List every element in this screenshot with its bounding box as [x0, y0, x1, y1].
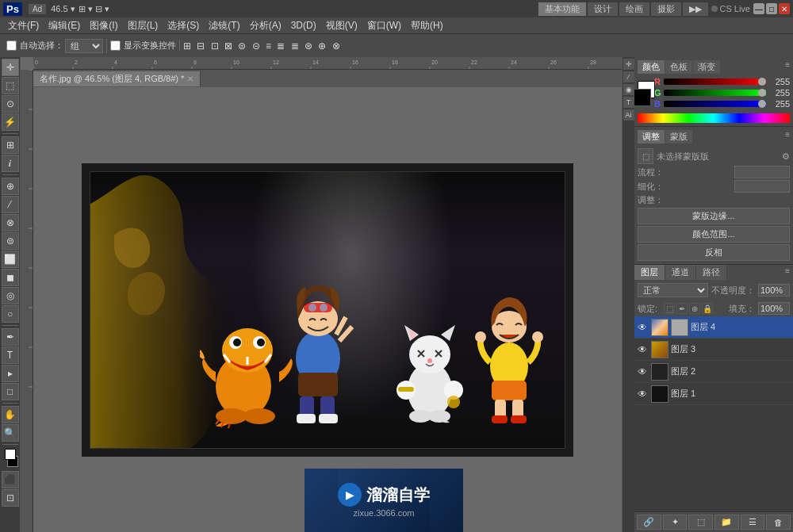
eraser-tool[interactable]: ⬜ — [2, 251, 19, 268]
contour-btn[interactable]: 蒙版边缘... — [638, 208, 790, 224]
layer-2-visibility[interactable]: 👁 — [638, 366, 649, 377]
tool-separator-1 — [2, 133, 18, 134]
layer-4-visibility[interactable]: 👁 — [638, 322, 649, 333]
props-panel-expand[interactable]: ≡ — [785, 130, 790, 144]
canvas-workspace[interactable]: ▶ 溜溜自学 zixue.3066.com — [33, 87, 622, 532]
quick-mask-tool[interactable]: ⬛ — [2, 471, 19, 488]
pen-tool[interactable]: ✒ — [2, 328, 19, 346]
color-panel-expand[interactable]: ≡ — [785, 60, 790, 74]
layers-tab-paths[interactable]: 路径 — [696, 265, 727, 280]
props-settings-icon[interactable]: ⚙ — [782, 151, 790, 162]
lock-transparent-icon[interactable]: ⬚ — [664, 303, 675, 314]
tab-close-btn[interactable]: ✕ — [187, 75, 193, 83]
swatches-tab[interactable]: 色板 — [665, 60, 692, 74]
move-tool[interactable]: ✛ — [2, 59, 19, 76]
lock-all-icon[interactable]: 🔒 — [702, 303, 713, 314]
layers-panel-expand[interactable]: ≡ — [782, 265, 793, 280]
layer-1-visibility[interactable]: 👁 — [638, 388, 649, 400]
menu-help[interactable]: 帮助(H) — [406, 19, 448, 33]
dodge-tool[interactable]: ○ — [2, 305, 19, 323]
layer-item-3[interactable]: 👁 图层 3 — [634, 339, 793, 361]
layer-item-2[interactable]: 👁 图层 2 — [634, 361, 793, 383]
channel-g-slider[interactable] — [664, 90, 766, 96]
menu-layer[interactable]: 图层(L) — [123, 19, 163, 33]
gradient-tool[interactable]: ◼ — [2, 269, 19, 286]
delete-layer-btn[interactable]: 🗑 — [766, 515, 791, 530]
spectrum-bar[interactable] — [638, 113, 790, 123]
add-mask-btn[interactable]: ⬚ — [688, 515, 713, 530]
color-tab[interactable]: 颜色 — [638, 60, 665, 74]
menu-3d[interactable]: 3D(D) — [286, 20, 321, 31]
lasso-tool[interactable]: ⊙ — [2, 95, 19, 113]
layers-tab-layers[interactable]: 图层 — [634, 265, 665, 280]
add-style-btn[interactable]: ✦ — [663, 515, 688, 530]
layout-paint-btn[interactable]: 绘画 — [619, 2, 649, 16]
mode-btn-ad[interactable]: Ad — [29, 4, 46, 14]
auto-select-dropdown[interactable]: 组 图层 — [65, 39, 103, 53]
opacity-input[interactable] — [758, 284, 790, 297]
menu-select[interactable]: 选择(S) — [163, 19, 204, 33]
props-icon-mask[interactable]: ⬚ — [638, 148, 653, 164]
minimize-button[interactable]: — — [753, 3, 764, 14]
bg-swatch[interactable] — [634, 89, 651, 106]
menu-file[interactable]: 文件(F) — [3, 19, 44, 33]
lock-move-icon[interactable]: ⊕ — [689, 303, 700, 314]
active-tab[interactable]: 名作.jpg @ 46.5% (图层 4, RGB/8#) * ✕ — [33, 71, 201, 86]
selection-tool[interactable]: ⬚ — [2, 77, 19, 94]
layout-more-btn[interactable]: ▶▶ — [683, 2, 708, 16]
right-icon-eye[interactable]: ◉ — [623, 84, 634, 95]
layout-design-btn[interactable]: 设计 — [588, 2, 618, 16]
layout-photo-btn[interactable]: 摄影 — [651, 2, 681, 16]
menu-view[interactable]: 视图(V) — [321, 19, 362, 33]
right-icon-type[interactable]: T — [623, 97, 634, 108]
layout-basic-btn[interactable]: 基本功能 — [538, 2, 586, 16]
new-layer-btn[interactable]: ☰ — [741, 515, 765, 530]
svg-text:0: 0 — [35, 59, 38, 65]
hand-tool[interactable]: ✋ — [2, 406, 19, 423]
screen-mode-tool[interactable]: ⊡ — [2, 489, 19, 507]
layer-item-4[interactable]: 👁 图层 4 — [634, 316, 793, 339]
heal-tool[interactable]: ⊕ — [2, 178, 19, 195]
mask-input[interactable] — [734, 180, 790, 193]
zoom-tool[interactable]: 🔍 — [2, 424, 19, 442]
transform-checkbox[interactable] — [110, 40, 121, 51]
menu-window[interactable]: 窗口(W) — [362, 19, 406, 33]
menu-filter[interactable]: 滤镜(T) — [204, 19, 244, 33]
fg-color-swatch[interactable] — [5, 449, 16, 460]
gradient-tab[interactable]: 渐变 — [693, 60, 720, 74]
magic-wand-tool[interactable]: ⚡ — [2, 113, 19, 131]
channel-r-slider[interactable] — [664, 78, 766, 85]
flow-input[interactable] — [734, 166, 790, 178]
color-range-btn[interactable]: 颜色范围... — [638, 226, 790, 243]
stamp-tool[interactable]: ⊗ — [2, 214, 19, 232]
crop-tool[interactable]: ⊞ — [2, 136, 19, 154]
shape-tool[interactable]: □ — [2, 383, 19, 400]
close-button[interactable]: ✕ — [779, 3, 790, 14]
maximize-button[interactable]: □ — [766, 3, 777, 14]
brush-tool[interactable]: ∕ — [2, 196, 19, 213]
layers-tab-channels[interactable]: 通道 — [665, 265, 696, 280]
adjustments-tab[interactable]: 调整 — [638, 130, 665, 144]
menu-image[interactable]: 图像(I) — [85, 19, 122, 33]
channel-b-slider[interactable] — [664, 101, 766, 107]
eyedropper-tool[interactable]: 𝒊 — [2, 155, 19, 172]
invert-btn[interactable]: 反相 — [638, 244, 790, 261]
blend-mode-select[interactable]: 正常 — [638, 283, 708, 297]
path-select-tool[interactable]: ▸ — [2, 365, 19, 382]
right-icon-move[interactable]: ✛ — [623, 59, 634, 70]
history-tool[interactable]: ⊜ — [2, 232, 19, 250]
lock-paint-icon[interactable]: ✒ — [676, 303, 688, 314]
blur-tool[interactable]: ◎ — [2, 287, 19, 304]
menu-analyze[interactable]: 分析(A) — [245, 19, 286, 33]
layer-3-visibility[interactable]: 👁 — [638, 344, 649, 355]
text-tool[interactable]: T — [2, 346, 19, 364]
right-icon-ai[interactable]: Ai — [623, 109, 634, 121]
layer-item-1[interactable]: 👁 图层 1 — [634, 383, 793, 405]
fill-input[interactable] — [758, 302, 790, 315]
new-group-btn[interactable]: 📁 — [714, 515, 739, 530]
menu-edit[interactable]: 编辑(E) — [44, 19, 85, 33]
masks-tab[interactable]: 蒙版 — [665, 130, 692, 144]
right-icon-brush[interactable]: ∕ — [623, 71, 634, 82]
auto-select-checkbox[interactable] — [6, 40, 17, 51]
link-layers-btn[interactable]: 🔗 — [637, 515, 661, 530]
